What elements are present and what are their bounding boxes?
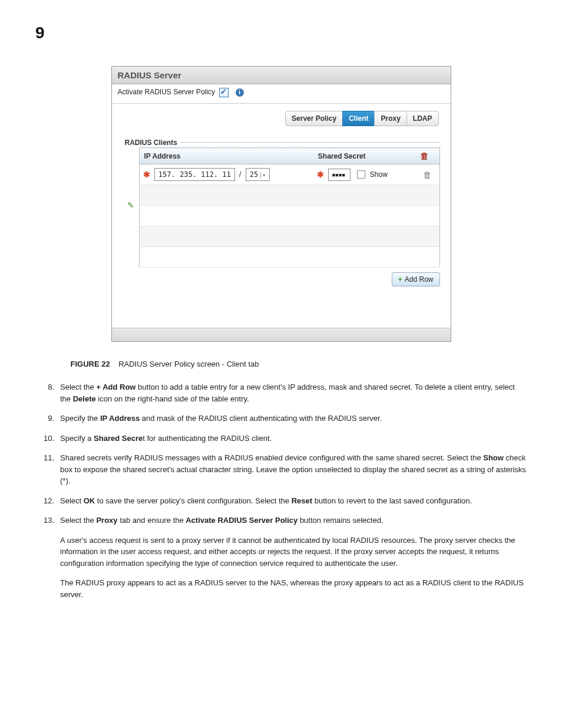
step-text: to save the server policy's client confi… [95,496,291,505]
mask-separator: / [239,170,241,179]
fieldset-legend: RADIUS Clients [123,139,180,147]
show-label: Show [370,170,388,178]
step-text: Specify a [60,434,94,443]
table-row [139,226,439,247]
step-bold: Reset [292,496,312,505]
step-13: 13. Select the Proxy tab and ensure the … [35,515,527,600]
show-checkbox[interactable] [357,170,365,179]
step-bold: Proxy [96,516,117,525]
figure-text: RADIUS Server Policy screen - Client tab [118,360,259,368]
delete-row-icon[interactable]: 🗑 [423,170,432,180]
tab-client[interactable]: Client [342,111,375,126]
step-text: and mask of the RADIUS client authentica… [140,414,382,423]
table-row [139,247,439,268]
step-9: 9. Specify the IP Address and mask of th… [35,413,527,424]
step-bold: Shared Secre [94,434,143,443]
step-text: Select the [60,516,96,525]
tab-ldap[interactable]: LDAP [406,111,439,126]
clients-table: IP Address Shared Secret 🗑 ✱ 157. 235. 1… [139,147,440,268]
step-number: 10. [35,433,60,444]
step-text: t for authenticating the RADIUS client. [143,434,272,443]
procedure-steps: 8. Select the + Add Row button to add a … [35,381,527,600]
tab-bar: Server PolicyClientProxyLDAP [112,104,451,132]
step-number: 11. [35,452,60,487]
ip-address-input[interactable]: 157. 235. 112. 11 [154,168,235,181]
step-paragraph: A user's access request is sent to a pro… [60,535,527,569]
step-paragraph: The RADIUS proxy appears to act as a RAD… [60,577,527,600]
info-icon[interactable]: i [236,88,244,97]
step-bold: Delete [73,394,96,403]
col-delete: 🗑 [415,148,439,164]
activate-label: Activate RADIUS Server Policy [118,88,215,96]
mask-value: 25 [250,170,258,179]
step-10: 10. Specify a Shared Secret for authenti… [35,433,527,444]
table-row [139,185,439,206]
step-text: button remains selected. [297,516,383,525]
step-number: 8. [35,381,60,404]
panel-footer [112,328,451,341]
figure-caption: FIGURE 22 RADIUS Server Policy screen - … [35,360,527,368]
chevron-down-icon: ▾ [260,172,267,178]
step-bold: IP Address [100,414,140,423]
step-bold: + Add Row [96,383,135,391]
col-shared-secret: Shared Secret [313,148,415,164]
step-text: icon on the right-hand side of the table… [96,394,249,403]
shared-secret-input[interactable]: ▪▪▪▪ [328,169,351,181]
step-number: 12. [35,495,60,507]
tab-proxy[interactable]: Proxy [374,111,406,126]
table-row [139,206,439,226]
tab-server-policy[interactable]: Server Policy [285,111,343,126]
step-8: 8. Select the + Add Row button to add a … [35,381,527,404]
panel-title: RADIUS Server [112,67,451,84]
radius-server-panel: RADIUS Server Activate RADIUS Server Pol… [111,66,451,342]
mask-select[interactable]: 25▾ [246,168,270,181]
col-ip-address: IP Address [139,148,313,164]
add-row-label: Add Row [405,275,434,284]
step-text: Select the [60,383,96,391]
step-bold: Activate RADIUS Server Policy [186,516,297,525]
step-11: 11. Shared secrets verify RADIUS message… [35,452,527,487]
activate-row: Activate RADIUS Server Policy i [112,84,451,104]
step-text: button to revert to the last saved confi… [312,496,472,505]
required-icon: ✱ [317,170,324,179]
radius-clients-fieldset: RADIUS Clients [123,138,440,143]
step-bold: Show [483,453,504,462]
step-text: Select [60,496,84,505]
page-number: 9 [35,24,527,42]
step-text: tab and ensure the [118,516,186,525]
required-icon: ✱ [143,170,150,179]
step-12: 12. Select OK to save the server policy'… [35,495,527,507]
activate-checkbox[interactable] [219,88,229,97]
step-text: Specify the [60,414,100,423]
plus-icon: + [398,275,402,284]
add-row-button[interactable]: +Add Row [392,272,440,286]
step-bold: OK [84,496,95,505]
figure-number: FIGURE 22 [71,360,110,368]
step-number: 13. [35,515,60,600]
delete-all-icon[interactable]: 🗑 [420,151,429,161]
edit-icon[interactable]: ✎ [127,200,134,210]
step-number: 9. [35,413,60,424]
table-row: ✱ 157. 235. 112. 11 / 25▾ ✱ ▪▪▪▪ Show [139,164,439,185]
step-text: Shared secrets verify RADIUS messages wi… [60,453,483,462]
